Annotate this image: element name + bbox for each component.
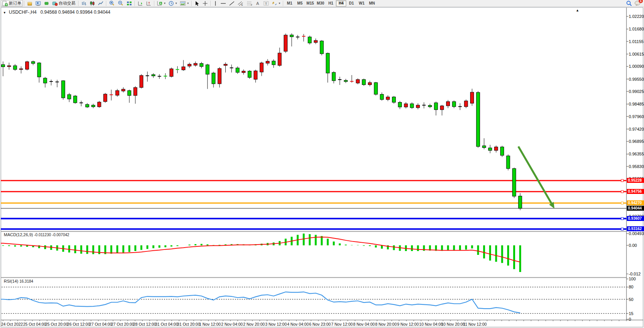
price-axis-ticks <box>626 16 628 319</box>
date-axis-label: 3 Nov 12:00 <box>265 322 287 326</box>
scroll-to-end-marker-icon[interactable]: ▲ <box>576 8 579 12</box>
macd-axis-label: 0.004937 <box>629 231 644 236</box>
rsi-axis-label: 0 <box>629 317 631 322</box>
price-axis-label: 0.98485 <box>629 102 644 106</box>
date-axis-label: 2 Nov 20:00 <box>243 322 265 326</box>
price-axis-label: 0.96895 <box>629 139 644 144</box>
date-axis-label: 6 Nov 23:00 <box>309 322 331 326</box>
price-axis-label: 1.00615 <box>629 52 644 56</box>
price-axis-label: 0.95830 <box>629 164 644 169</box>
date-axis-label: 10 Nov 04:00 <box>419 322 443 326</box>
rsi-axis-label: 50 <box>629 297 633 302</box>
chart-title: ▼ USDCHF-,H4 0.94568 0.94694 0.93964 0.9… <box>3 10 110 15</box>
price-level-chip[interactable]: 0.94044 <box>627 206 644 211</box>
rsi-value: 16.3184 <box>19 279 33 283</box>
price-axis-label: 1.01680 <box>629 27 644 31</box>
date-axis-label: 2 Nov 04:00 <box>221 322 243 326</box>
macd-histogram <box>3 234 520 272</box>
rsi-axis-label: 15 <box>629 311 633 316</box>
price-level-chip[interactable]: 0.93162 <box>627 226 644 231</box>
date-axis-label: 25 Oct 20:00 <box>45 322 68 326</box>
mt4-application-window: 新订单 自动交易 <box>0 0 644 328</box>
date-axis-label: 24 Oct 2022 <box>1 322 23 326</box>
date-axis-label: 31 Oct 04:00 <box>155 322 178 326</box>
price-axis-label: 0.97960 <box>629 114 644 119</box>
rsi-indicator-label: RSI(14) 16.3184 <box>4 279 33 283</box>
price-axis-label: 1.00090 <box>629 64 644 69</box>
rsi-axis-label: 80 <box>629 285 633 289</box>
ohlc-quote-label: 0.94568 0.94694 0.93964 0.94044 <box>40 10 111 15</box>
price-axis-label: 1.02220 <box>629 14 644 19</box>
date-axis-label: 25 Oct 04:00 <box>23 322 46 326</box>
price-axis-label: 0.99550 <box>629 77 644 82</box>
date-axis-label: 26 Oct 12:00 <box>67 322 90 326</box>
price-axis-label: 0.96355 <box>629 152 644 156</box>
date-axis-label: 9 Nov 12:00 <box>397 322 419 326</box>
macd-axis-label: -0.012 <box>629 272 641 276</box>
level-lines[interactable] <box>1 179 626 230</box>
trend-arrow-annotation[interactable] <box>518 146 554 208</box>
date-axis-label: 8 Nov 04:00 <box>353 322 375 326</box>
date-axis-label: 1 Nov 12:00 <box>199 322 221 326</box>
rsi-line <box>1 292 520 313</box>
symbol-timeframe-label: USDCHF-,H4 <box>9 10 37 15</box>
price-level-chip[interactable]: 0.95228 <box>627 178 644 183</box>
date-axis-label: 28 Oct 12:00 <box>133 322 156 326</box>
macd-indicator-label: MACD(12,26,9) -0.011230 -0.007042 <box>4 232 69 237</box>
date-axis-label: 31 Oct 20:00 <box>177 322 200 326</box>
date-axis-label: 11 Nov 12:00 <box>463 322 487 326</box>
macd-axis-label: 0.00 <box>629 243 637 248</box>
chart-canvas[interactable] <box>0 0 644 328</box>
price-level-chip[interactable]: 0.94756 <box>627 189 644 194</box>
price-level-chip[interactable]: 0.93607 <box>627 216 644 221</box>
price-axis-label: 0.99025 <box>629 89 644 94</box>
rsi-axis-label: 100 <box>629 277 636 281</box>
price-axis-label: 1.01155 <box>629 39 644 44</box>
date-axis-label: 10 Nov 20:00 <box>441 322 465 326</box>
macd-values: -0.011230 -0.007042 <box>34 233 69 237</box>
date-axis-label: 7 Nov 12:00 <box>331 322 353 326</box>
price-level-chip[interactable]: 0.94270 <box>627 200 644 205</box>
date-axis-label: 4 Nov 04:00 <box>287 322 309 326</box>
date-axis-label: 8 Nov 20:00 <box>375 322 397 326</box>
price-axis-label: 0.97420 <box>629 127 644 131</box>
date-axis-label: 27 Oct 20:00 <box>111 322 134 326</box>
collapse-triangle-icon[interactable]: ▼ <box>3 11 6 14</box>
rsi-dashed-levels <box>2 287 626 314</box>
candlesticks <box>2 33 522 210</box>
panel-borders <box>1 8 643 320</box>
date-axis-label: 27 Oct 04:00 <box>89 322 112 326</box>
